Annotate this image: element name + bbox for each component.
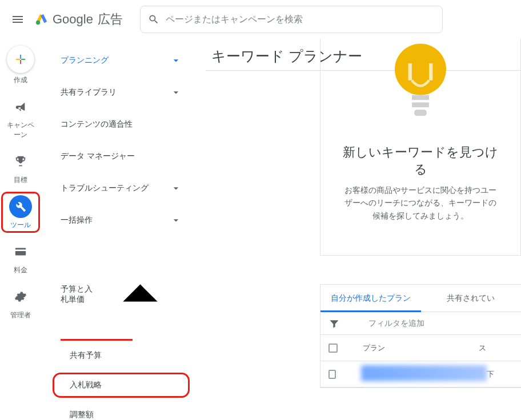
submenu-shared-budget-label: 共有予算 [70, 350, 102, 361]
table-row[interactable]: 下 [320, 361, 521, 387]
nav-billing-label: 料金 [14, 265, 27, 275]
nav-create-label: 作成 [14, 75, 27, 85]
menu-button[interactable] [8, 10, 27, 29]
nav-create[interactable]: 作成 [5, 46, 37, 85]
nav-admin[interactable]: 管理者 [5, 285, 37, 320]
add-filter-label: フィルタを追加 [368, 318, 424, 329]
menu-bidding-header[interactable]: 予算と入札単価 [47, 247, 195, 341]
svg-rect-6 [414, 110, 426, 116]
menu-troubleshooting[interactable]: トラブルシューティング [47, 172, 195, 204]
menu-content-suitability-label: コンテンツの適合性 [61, 119, 133, 130]
col-status-header[interactable]: ス [479, 343, 513, 353]
menu-bidding-label: 予算と入札単価 [61, 284, 99, 305]
filter-bar[interactable]: フィルタを追加 [320, 312, 521, 335]
tab-shared-plans[interactable]: 共有されてい [421, 285, 522, 312]
nav-campaigns[interactable]: キャンペーン [5, 95, 37, 140]
find-keywords-body: お客様の商品やサービスに関心を持つユーザーへのリーチにつながる、キーワードの候補… [342, 184, 499, 222]
find-keywords-card[interactable]: 新しいキーワードを見つける お客様の商品やサービスに関心を持つユーザーへのリーチ… [320, 39, 521, 256]
menu-shared-library[interactable]: 共有ライブラリ [47, 76, 195, 108]
plus-icon [14, 53, 27, 66]
plan-name-redacted [361, 365, 487, 381]
search-icon [148, 14, 159, 25]
svg-rect-3 [429, 63, 432, 80]
tab-shared-plans-label: 共有されてい [447, 293, 495, 304]
brand: Google 広告 [35, 11, 123, 28]
submenu-shared-budget[interactable]: 共有予算 [47, 341, 195, 370]
trophy-icon [14, 155, 27, 168]
search-container [140, 6, 443, 33]
table-header-row: プラン ス [320, 335, 521, 361]
menu-troubleshooting-label: トラブルシューティング [61, 183, 149, 193]
submenu-adjustments-label: 調整額 [70, 410, 94, 420]
megaphone-icon [14, 100, 27, 113]
menu-icon [11, 13, 25, 26]
nav-admin-label: 管理者 [10, 310, 31, 320]
chevron-up-icon [99, 253, 182, 336]
chevron-down-icon [170, 55, 182, 66]
lightbulb-icon [389, 39, 452, 124]
menu-bidding-section: 予算と入札単価 共有予算 入札戦略 調整額 [47, 240, 195, 420]
credit-card-icon [14, 245, 27, 258]
google-ads-logo-icon [35, 13, 48, 26]
col-plan-header[interactable]: プラン [363, 343, 479, 353]
search-input[interactable] [140, 6, 443, 33]
menu-content-suitability[interactable]: コンテンツの適合性 [47, 108, 195, 140]
chevron-down-icon [170, 215, 182, 226]
svg-rect-4 [412, 95, 429, 100]
menu-bulk-actions[interactable]: 一括操作 [47, 204, 195, 236]
brand-google: Google [53, 12, 93, 27]
chevron-down-icon [170, 183, 182, 194]
menu-shared-library-label: 共有ライブラリ [61, 87, 117, 98]
tab-my-plans-label: 自分が作成したプラン [331, 293, 411, 304]
wrench-icon [14, 200, 27, 213]
menu-planning-label: プランニング [61, 55, 109, 66]
select-all-checkbox[interactable] [328, 344, 338, 353]
nav-goals[interactable]: 目標 [5, 150, 37, 185]
menu-data-manager-label: データ マネージャー [61, 151, 135, 161]
gear-icon [14, 290, 27, 303]
brand-ads: 広告 [98, 11, 123, 28]
plans-section: 自分が作成したプラン 共有されてい フィルタを追加 プラン ス 下 [320, 284, 521, 388]
svg-point-0 [36, 21, 40, 25]
svg-rect-5 [412, 102, 429, 107]
nav-billing[interactable]: 料金 [5, 240, 37, 275]
menu-bulk-actions-label: 一括操作 [61, 215, 93, 225]
svg-point-1 [395, 44, 446, 95]
nav-campaigns-label: キャンペーン [5, 120, 37, 140]
nav-tools[interactable]: ツール [5, 195, 37, 230]
svg-rect-2 [408, 63, 412, 80]
row-checkbox[interactable] [328, 370, 336, 379]
nav-goals-label: 目標 [14, 175, 27, 185]
submenu-adjustments[interactable]: 調整額 [47, 400, 195, 420]
submenu-bid-strategy-label: 入札戦略 [70, 380, 102, 390]
menu-data-manager[interactable]: データ マネージャー [47, 140, 195, 172]
row-status: 下 [487, 369, 513, 379]
chevron-down-icon [170, 87, 182, 98]
find-keywords-title: 新しいキーワードを見つける [342, 144, 499, 178]
nav-tools-label: ツール [10, 220, 31, 230]
filter-icon [328, 318, 340, 329]
submenu-bid-strategy[interactable]: 入札戦略 [47, 370, 195, 400]
menu-planning[interactable]: プランニング [47, 45, 195, 76]
tab-my-plans[interactable]: 自分が作成したプラン [320, 285, 421, 312]
